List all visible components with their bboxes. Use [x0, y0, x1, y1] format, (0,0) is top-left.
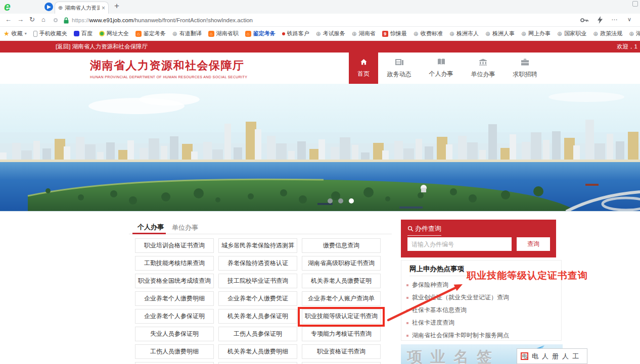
nav-item-home[interactable]: 首页: [349, 53, 378, 84]
bookmark-item[interactable]: ⊕株洲市人: [449, 30, 479, 37]
tab-title: 湖南省人力资源和社会保障厅: [65, 5, 100, 12]
globe-icon: ⊕: [316, 30, 321, 37]
bookmark-item[interactable]: ⊕株洲人事: [485, 30, 515, 37]
bookmark-label: 有道翻译: [179, 30, 202, 37]
site-header: 湖南省人力资源和社会保障厅 HUNAN PROVINCIAL DEPARTMEN…: [0, 53, 640, 84]
globe-icon: ⊕: [449, 30, 454, 37]
bookmark-item[interactable]: 网址大全: [99, 30, 129, 37]
service-button[interactable]: 工伤人员参保证明: [218, 327, 297, 341]
hot-topic-link[interactable]: 湖南省社会保障卡即时制卡服务网点: [406, 329, 509, 342]
service-button[interactable]: 养老保险待遇资格认证: [218, 256, 297, 271]
carousel-dot[interactable]: [338, 198, 343, 203]
back-link[interactable]: [返回]: [56, 43, 70, 49]
service-button-partial[interactable]: [302, 362, 381, 364]
service-button-partial[interactable]: [218, 362, 297, 364]
forward-icon[interactable]: →: [17, 16, 24, 23]
bookmark-item[interactable]: 9惊悚最: [382, 30, 407, 37]
bookmark-item[interactable]: 铁路客户: [282, 30, 309, 37]
nav-label: 首页: [357, 70, 370, 78]
service-button-partial[interactable]: [135, 362, 214, 364]
more-menu-icon[interactable]: …: [611, 14, 618, 22]
service-button[interactable]: 企业养老个人账户查询单: [302, 291, 381, 306]
globe-icon: ⊕: [593, 30, 598, 37]
hot-topic-link[interactable]: 社保卡进度查询: [406, 317, 509, 329]
service-button[interactable]: 机关养老人员缴费明细: [218, 344, 297, 359]
service-button[interactable]: 专项能力考核证书查询: [302, 327, 381, 341]
hot-topic-link[interactable]: 社保卡基本信息查询: [406, 304, 509, 317]
globe-icon: ⊕: [414, 30, 419, 37]
tab-unit-services[interactable]: 单位办事: [172, 223, 198, 232]
service-button[interactable]: 缴费信息查询: [302, 238, 381, 253]
globe-icon: ⊕: [521, 30, 526, 37]
bookmark-item[interactable]: ⌂湖南省职: [208, 30, 239, 37]
service-button[interactable]: 失业人员参保证明: [135, 327, 214, 341]
banner-back-title[interactable]: [返回] 湖南省人力资源和社会保障厅: [56, 41, 148, 53]
bookmark-label: 考试服务: [323, 30, 345, 37]
lightning-icon[interactable]: [598, 16, 603, 24]
key-icon[interactable]: [580, 17, 588, 23]
service-button[interactable]: 技工院校毕业证书查询: [218, 274, 297, 288]
service-button[interactable]: 机关养老人员参保证明: [218, 309, 297, 324]
browser-logo-icon[interactable]: e: [4, 0, 11, 14]
tab-personal-services[interactable]: 个人办事: [138, 223, 164, 232]
lock-icon[interactable]: [64, 17, 69, 24]
home-icon-orange: ⌂: [245, 31, 251, 37]
url-field[interactable]: https://www.e91job.com/hunanweb/front/Fr…: [72, 17, 253, 23]
carousel-dot-active[interactable]: [349, 198, 354, 203]
red-square-icon: 9: [382, 31, 388, 37]
bookmark-label: 湖南省: [359, 30, 376, 37]
bookmark-item[interactable]: ⊕政策法规: [593, 30, 622, 37]
reload-icon[interactable]: ↻: [29, 16, 35, 23]
bookmark-item[interactable]: ⌂鉴定考务: [135, 30, 166, 37]
service-button[interactable]: 城乡居民养老保险待遇测算: [218, 238, 297, 253]
service-button[interactable]: 职业技能等级认定证书查询: [302, 309, 381, 324]
home-icon[interactable]: ⌂: [41, 16, 45, 23]
bookmark-item[interactable]: ⊕国家职业: [557, 30, 586, 37]
bookmark-item[interactable]: ⊕有道翻译: [172, 30, 202, 37]
browser-tab[interactable]: ⊕ 湖南省人力资源和社会保障厅 ×: [55, 2, 109, 14]
bookmark-item[interactable]: 手机收藏夹: [33, 30, 67, 37]
service-button[interactable]: 机关养老人员缴费证明: [302, 274, 381, 288]
query-submit-button[interactable]: 查询: [517, 237, 550, 251]
bookmark-item[interactable]: ⊕湖南省: [352, 30, 376, 37]
hot-topic-label: 湖南省社会保障卡即时制卡服务网点: [412, 331, 509, 340]
service-button[interactable]: 企业养老个人缴费凭证: [218, 291, 297, 306]
welcome-text: 欢迎，1: [617, 41, 637, 53]
site-logo[interactable]: 湖南省人力资源和社会保障厅 HUNAN PROVINCIAL DEPARTMEN…: [90, 58, 247, 79]
service-button[interactable]: 职业培训合格证书查询: [135, 238, 214, 253]
chevron-down-icon[interactable]: ∨: [627, 16, 631, 23]
hot-topic-label: 社保卡基本信息查询: [412, 306, 467, 315]
hot-topics-list: 参保险种查询就业创业证（就业失业登记证）查询社保卡基本信息查询社保卡进度查询湖南…: [406, 279, 509, 342]
bookmark-item[interactable]: ⊕收费标准: [414, 30, 443, 37]
tab-close-icon[interactable]: ×: [102, 5, 105, 12]
home-icon-orange: ⌂: [135, 31, 142, 37]
new-tab-button[interactable]: +: [114, 1, 119, 11]
bookmark-item[interactable]: ⌂鉴定考务: [245, 30, 276, 37]
nav-item-unit[interactable]: 单位办事: [462, 53, 504, 84]
banner-title: 湖南省人力资源和社会保障厅: [72, 43, 148, 49]
browser-tab-strip: e ⊕ 湖南省人力资源和社会保障厅 × +: [0, 0, 640, 14]
nav-item-news[interactable]: 政务动态: [378, 53, 420, 84]
nav-item-jobs[interactable]: 求职招聘: [504, 53, 546, 84]
back-icon[interactable]: ←: [5, 16, 12, 23]
bookmark-item[interactable]: 百度: [74, 30, 93, 37]
service-button[interactable]: 工伤人员缴费明细: [135, 344, 214, 359]
service-button[interactable]: 职业资格全国统考成绩查询: [135, 274, 214, 288]
browser-badge-icon[interactable]: [44, 3, 53, 11]
bookmark-item[interactable]: ⊕湖南省人: [629, 30, 640, 37]
service-button[interactable]: 工勤技能考核结果查询: [135, 256, 214, 271]
bookmark-item[interactable]: ⊕考试服务: [316, 30, 345, 37]
site-info-icon[interactable]: [54, 18, 58, 22]
service-button[interactable]: 企业养老个人参保证明: [135, 309, 214, 324]
news-icon: [395, 58, 404, 68]
case-query-title-text: 办件查询: [415, 224, 441, 233]
nav-item-personal[interactable]: 个人办事: [420, 53, 462, 84]
carousel-dot[interactable]: [328, 198, 333, 203]
service-button[interactable]: 湖南省高级职称证书查询: [302, 256, 381, 271]
service-button[interactable]: 企业养老个人缴费明细: [135, 291, 214, 306]
bookmark-item[interactable]: ⊕网上办事: [521, 30, 551, 37]
case-number-input[interactable]: [407, 237, 512, 251]
service-button[interactable]: 职业资格证书查询: [302, 344, 381, 359]
hot-topic-link[interactable]: 就业创业证（就业失业登记证）查询: [406, 291, 509, 304]
bookmark-item[interactable]: ★收藏▾: [4, 30, 27, 37]
